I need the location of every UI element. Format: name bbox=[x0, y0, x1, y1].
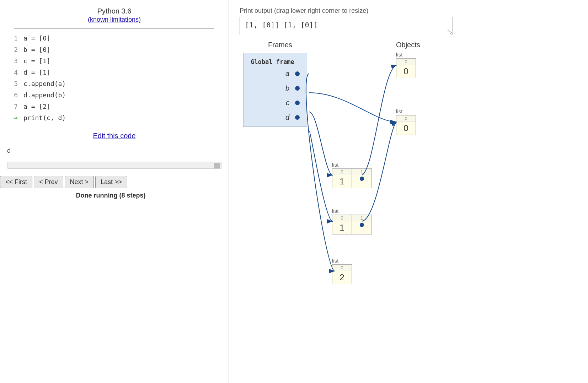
list-obj-1: list 0 0 bbox=[396, 52, 416, 78]
list-cell-2-0: 0 0 bbox=[396, 115, 416, 135]
line-code-7: a = [2] bbox=[23, 103, 50, 110]
list-obj-3: list 0 1 1 bbox=[332, 162, 372, 188]
line-code-2: b = [0] bbox=[23, 46, 50, 53]
visualization-area: Frames Objects Global frame a b c bbox=[240, 41, 581, 376]
line-code-4: d = [1] bbox=[23, 69, 50, 76]
list-obj-5: list 0 2 bbox=[332, 258, 352, 284]
prev-button[interactable]: < Prev bbox=[34, 176, 63, 188]
frame-var-c: c bbox=[286, 99, 289, 107]
list-obj-2-label: list bbox=[396, 108, 416, 114]
line-num-5: 5 bbox=[7, 80, 18, 87]
cell-index-2-0: 0 bbox=[396, 115, 416, 122]
line-num-2: 2 bbox=[7, 46, 18, 53]
cell-value-3-0: 1 bbox=[332, 175, 352, 188]
cell-index-3-1: 1 bbox=[352, 169, 371, 175]
code-line-3: 3c = [1] bbox=[7, 55, 221, 66]
known-limitations-link-container: (known limitations) bbox=[0, 16, 229, 23]
current-line-arrow: ⇒ bbox=[7, 113, 18, 122]
partial-output-text: d bbox=[0, 144, 229, 158]
list-cell-1-0: 0 0 bbox=[396, 58, 416, 78]
list-cell-3-0: 0 1 bbox=[332, 168, 352, 188]
last-button[interactable]: Last >> bbox=[95, 176, 127, 188]
list-obj-4-label: list bbox=[332, 208, 372, 214]
line-code-1: a = [0] bbox=[23, 34, 50, 42]
next-button[interactable]: Next > bbox=[65, 176, 94, 188]
edit-link-container: Edit this code bbox=[0, 132, 229, 140]
frame-dot-a bbox=[295, 71, 300, 76]
list-obj-1-label: list bbox=[396, 52, 416, 58]
code-area: 1a = [0]2b = [0]3c = [1]4d = [1]5c.appen… bbox=[0, 32, 229, 123]
scrollbar-track bbox=[7, 162, 221, 169]
nav-buttons-container: << First < Prev Next > Last >> bbox=[0, 172, 229, 190]
frame-row-c: c bbox=[251, 99, 300, 107]
list-cell-4-0: 0 1 bbox=[332, 215, 352, 234]
cell-value-2-0: 0 bbox=[396, 122, 416, 135]
list-obj-3-cells: 0 1 1 bbox=[332, 168, 372, 188]
global-frame-label: Global frame bbox=[251, 58, 300, 65]
frame-var-d: d bbox=[285, 113, 289, 122]
frame-dot-d bbox=[295, 115, 300, 120]
line-num-4: 4 bbox=[7, 69, 18, 76]
frame-dot-b bbox=[295, 86, 300, 91]
edit-this-code-link[interactable]: Edit this code bbox=[93, 132, 135, 140]
cell-index-1-0: 0 bbox=[396, 59, 416, 65]
code-line-7: 7a = [2] bbox=[7, 101, 221, 112]
resize-icon: ⤡ bbox=[447, 28, 451, 33]
code-line-2: 2b = [0] bbox=[7, 44, 221, 55]
list-obj-4-cells: 0 1 1 bbox=[332, 215, 372, 234]
code-line-6: 6d.append(b) bbox=[7, 89, 221, 101]
code-line-8: ⇒print(c, d) bbox=[7, 112, 221, 123]
status-text: Done running (8 steps) bbox=[0, 190, 229, 203]
cell-dot-3-1 bbox=[360, 177, 364, 181]
list-obj-2-cells: 0 0 bbox=[396, 115, 416, 135]
cell-index-3-0: 0 bbox=[332, 169, 352, 175]
line-code-8: print(c, d) bbox=[23, 114, 66, 122]
code-line-4: 4d = [1] bbox=[7, 66, 221, 78]
python-version-title: Python 3.6 bbox=[0, 7, 229, 15]
cell-index-5-0: 0 bbox=[332, 265, 352, 271]
cell-dot-4-1 bbox=[360, 223, 364, 227]
global-frame-box: Global frame a b c d bbox=[243, 53, 307, 127]
line-code-3: c = [1] bbox=[23, 57, 50, 65]
line-code-6: d.append(b) bbox=[23, 91, 66, 99]
cell-value-4-1 bbox=[352, 221, 371, 228]
list-obj-2: list 0 0 bbox=[396, 108, 416, 135]
frame-row-d: d bbox=[251, 113, 300, 122]
cell-index-4-1: 1 bbox=[352, 215, 371, 221]
frame-row-a: a bbox=[251, 70, 300, 78]
right-panel: Print output (drag lower right corner to… bbox=[229, 0, 588, 383]
print-output-value: [1, [0]] [1, [0]] bbox=[245, 21, 318, 29]
print-output-label: Print output (drag lower right corner to… bbox=[240, 7, 581, 15]
frame-dot-c bbox=[295, 101, 300, 105]
left-panel: Python 3.6 (known limitations) 1a = [0]2… bbox=[0, 0, 229, 383]
frame-var-b: b bbox=[285, 84, 289, 92]
objects-title: Objects bbox=[396, 41, 420, 49]
frame-var-a: a bbox=[285, 70, 289, 78]
list-cell-3-1: 1 bbox=[352, 168, 372, 188]
print-output-box: [1, [0]] [1, [0]] ⤡ bbox=[240, 17, 453, 35]
list-cell-5-0: 0 2 bbox=[332, 264, 352, 284]
list-obj-3-label: list bbox=[332, 162, 372, 168]
code-line-5: 5c.append(a) bbox=[7, 78, 221, 89]
line-code-5: c.append(a) bbox=[23, 80, 66, 87]
cell-value-3-1 bbox=[352, 175, 371, 182]
first-button[interactable]: << First bbox=[0, 176, 32, 188]
cell-index-4-0: 0 bbox=[332, 215, 352, 221]
list-cell-4-1: 1 bbox=[352, 215, 372, 234]
frames-title: Frames bbox=[268, 41, 292, 49]
line-num-3: 3 bbox=[7, 57, 18, 65]
list-obj-5-cells: 0 2 bbox=[332, 264, 352, 284]
line-num-1: 1 bbox=[7, 34, 18, 42]
scrollbar-thumb[interactable] bbox=[214, 163, 220, 168]
divider bbox=[14, 28, 214, 29]
list-obj-1-cells: 0 0 bbox=[396, 58, 416, 78]
frame-row-b: b bbox=[251, 84, 300, 92]
list-obj-4: list 0 1 1 bbox=[332, 208, 372, 234]
known-limitations-link[interactable]: (known limitations) bbox=[88, 16, 141, 23]
cell-value-4-0: 1 bbox=[332, 221, 352, 234]
list-obj-5-label: list bbox=[332, 258, 352, 264]
cell-value-1-0: 0 bbox=[396, 65, 416, 78]
line-num-6: 6 bbox=[7, 91, 18, 99]
code-line-1: 1a = [0] bbox=[7, 32, 221, 44]
line-num-7: 7 bbox=[7, 103, 18, 110]
